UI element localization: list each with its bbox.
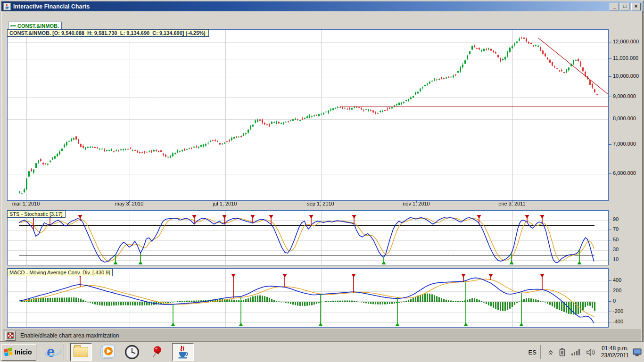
- java-coffee-cup-icon: [176, 345, 190, 359]
- media-player-icon[interactable]: [99, 343, 116, 361]
- status-bar: Enable/disable chart area maximization: [3, 329, 641, 342]
- taskbar-separator: [64, 344, 67, 360]
- y-axis-tick: [609, 173, 611, 174]
- system-tray: ES 01:48 p.m. 23: [524, 342, 644, 362]
- x-axis-tick: [26, 200, 26, 203]
- stochastic-y-axis-label: 50: [613, 237, 619, 242]
- macd-y-axis-label: -200: [613, 308, 623, 314]
- folder-icon: [74, 347, 88, 357]
- y-axis-tick: [609, 119, 611, 119]
- stochastic-y-axis-label: 30: [613, 247, 619, 252]
- start-button[interactable]: Inicio: [1, 344, 36, 361]
- java-task-button[interactable]: [172, 343, 194, 361]
- minimize-button[interactable]: _: [610, 3, 619, 10]
- maximize-chart-button[interactable]: [5, 331, 16, 341]
- file-explorer-task-button[interactable]: [70, 343, 92, 361]
- tray-clock[interactable]: 01:48 p.m. 23/02/2011: [601, 345, 629, 359]
- y-axis-tick: [609, 144, 611, 145]
- x-axis-tick: [225, 200, 225, 203]
- macd-y-axis-label: -400: [613, 319, 623, 324]
- macd-y-axis-label: 0: [613, 298, 616, 304]
- close-button[interactable]: ×: [631, 3, 641, 10]
- stochastic-y-axis-label: 90: [613, 216, 619, 222]
- macd-label: MACD - Moving Average Conv. Div. [-430.9…: [7, 269, 113, 276]
- app-window: Interactive Financial Charts _ □ × CONST…: [0, 0, 644, 342]
- tray-separator: [540, 345, 541, 359]
- y-axis-tick: [609, 97, 611, 97]
- series-legend-label: CONST.&INMOB.: [17, 23, 59, 29]
- y-axis-tick: [609, 322, 611, 322]
- start-button-label: Inicio: [15, 348, 32, 356]
- tray-time: 01:48 p.m.: [602, 345, 628, 352]
- x-axis-tick: [416, 200, 417, 203]
- price-y-axis-label: 12,000.000: [613, 39, 639, 44]
- series-legend[interactable]: CONST.&INMOB.: [8, 22, 62, 30]
- stochastic-label: STS - Stochastic [3.17]: [7, 210, 66, 218]
- title-bar[interactable]: Interactive Financial Charts _ □ ×: [1, 1, 643, 11]
- macd-canvas[interactable]: [8, 269, 608, 327]
- y-axis-tick: [609, 280, 611, 281]
- clock-gadget-icon[interactable]: [123, 343, 141, 361]
- y-axis-tick: [609, 58, 611, 59]
- stochastic-canvas[interactable]: [8, 211, 608, 265]
- taskbar: Inicio e: [0, 342, 644, 362]
- price-y-axis-label: 8,000.000: [613, 115, 636, 121]
- price-y-axis-label: 10,000.000: [613, 73, 639, 79]
- stochastic-panel[interactable]: [7, 210, 609, 265]
- y-axis-tick: [609, 230, 611, 230]
- battery-icon[interactable]: [559, 348, 565, 356]
- x-axis-tick: [321, 200, 321, 203]
- y-axis-tick: [609, 76, 611, 77]
- maximize-button[interactable]: □: [620, 3, 629, 10]
- window-title: Interactive Financial Charts: [13, 3, 90, 10]
- volume-icon[interactable]: [586, 348, 595, 356]
- java-app-icon[interactable]: [3, 3, 11, 10]
- internet-explorer-icon[interactable]: e: [42, 343, 60, 361]
- maximize-chart-icon: [7, 332, 14, 339]
- macd-panel[interactable]: [7, 268, 609, 328]
- price-y-axis-label: 9,000.000: [613, 93, 636, 99]
- tray-date: 23/02/2011: [601, 352, 629, 359]
- x-axis-tick: [129, 200, 130, 203]
- macd-y-axis-label: 200: [613, 288, 621, 293]
- y-axis-tick: [609, 291, 611, 291]
- series-line-sample-icon: [10, 25, 16, 26]
- price-chart-panel[interactable]: [7, 29, 609, 201]
- y-axis-tick: [609, 250, 611, 250]
- windows-logo-icon: [4, 347, 13, 357]
- stochastic-y-axis-label: 10: [613, 256, 619, 262]
- show-desktop-icon[interactable]: [633, 347, 642, 357]
- x-axis-tick: [512, 200, 512, 203]
- macd-y-axis-label: 400: [613, 277, 621, 283]
- y-axis-tick: [609, 220, 611, 220]
- y-axis-tick: [609, 42, 611, 42]
- price-candlestick-canvas[interactable]: [8, 30, 608, 200]
- y-axis-tick: [609, 240, 611, 240]
- price-y-axis-label: 11,000.000: [613, 55, 638, 61]
- y-axis-tick: [609, 312, 611, 312]
- price-y-axis-label: 7,000.000: [613, 141, 636, 147]
- price-y-axis-label: 6,000.000: [613, 170, 636, 176]
- pushpin-icon[interactable]: [148, 343, 165, 361]
- chart-client-area: CONST.&INMOB. CONST.&INMOB. [O: 9,540.08…: [1, 11, 643, 342]
- stochastic-y-axis-label: 70: [613, 226, 619, 232]
- hidden-icons-chevron[interactable]: [548, 349, 553, 355]
- y-axis-tick: [609, 260, 611, 260]
- status-text: Enable/disable chart area maximization: [20, 332, 119, 339]
- network-signal-icon[interactable]: [571, 348, 580, 356]
- desktop: Interactive Financial Charts _ □ × CONST…: [0, 0, 644, 362]
- price-ohlc-label: CONST.&INMOB. [O: 9,540.088 H: 9,581.730…: [7, 29, 209, 37]
- y-axis-tick: [609, 301, 611, 302]
- language-indicator[interactable]: ES: [524, 349, 540, 356]
